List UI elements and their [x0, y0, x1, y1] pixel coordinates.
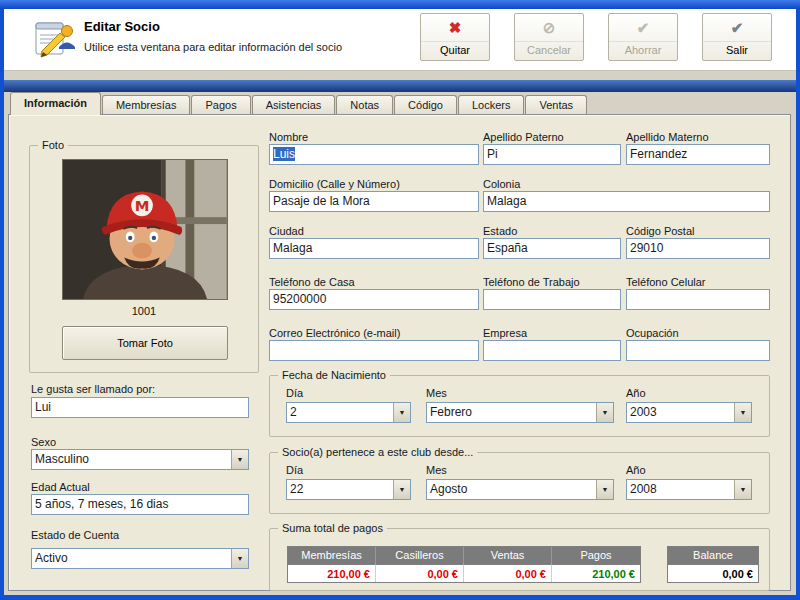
dropdown-arrow-icon[interactable]: ▼ [231, 549, 248, 568]
dropdown-arrow-icon[interactable]: ▼ [734, 403, 751, 422]
since-month-select[interactable]: Agosto ▼ [426, 479, 614, 500]
payments-group-label: Suma total de pagos [278, 521, 387, 535]
balance-header: Balance [668, 547, 758, 564]
since-day-select[interactable]: 22 ▼ [286, 479, 411, 500]
empresa-label: Empresa [483, 326, 527, 340]
salir-button[interactable]: ✔ Salir [702, 13, 772, 61]
apellido-paterno-input[interactable]: Pi [483, 144, 621, 165]
payments-value-membresias: 210,00 € [288, 564, 376, 582]
apellido-paterno-label: Apellido Paterno [483, 130, 564, 144]
estado-value: España [487, 241, 528, 255]
tomar-foto-button[interactable]: Tomar Foto [62, 326, 228, 360]
exit-check-icon: ✔ [703, 14, 771, 41]
edit-member-icon [34, 18, 76, 60]
header-separator-bar [4, 80, 796, 92]
age-label: Edad Actual [31, 480, 90, 494]
age-value: 5 años, 7 meses, 16 dias [35, 497, 168, 511]
member-since-group: Socio(a) pertenece a este club desde... … [269, 452, 770, 514]
since-year-select[interactable]: 2008 ▼ [626, 479, 752, 500]
dropdown-arrow-icon[interactable]: ▼ [231, 450, 248, 469]
payments-header-membresias: Membresías [288, 547, 376, 564]
tab-lockers[interactable]: Lockers [458, 95, 525, 114]
codigo-postal-value: 29010 [630, 241, 663, 255]
tab-bar: Información Membresías Pagos Asistencias… [10, 92, 588, 114]
sex-select[interactable]: Masculino ▼ [31, 449, 249, 470]
window-border-left [0, 9, 4, 600]
birthdate-group-label: Fecha de Nacimiento [278, 368, 390, 382]
tab-informacion[interactable]: Información [10, 92, 101, 115]
birth-month-select[interactable]: Febrero ▼ [426, 402, 614, 423]
sex-value: Masculino [35, 452, 89, 466]
tab-pagos[interactable]: Pagos [191, 95, 250, 114]
birthdate-group: Fecha de Nacimiento Día 2 ▼ Mes Febrero … [269, 375, 770, 437]
tab-ventas[interactable]: Ventas [525, 95, 587, 114]
empresa-input[interactable] [483, 340, 621, 361]
tab-panel-informacion: Foto M [8, 114, 791, 591]
ahorrar-button: ✔ Ahorrar [608, 13, 678, 61]
estado-input[interactable]: España [483, 238, 621, 259]
dropdown-arrow-icon[interactable]: ▼ [393, 403, 410, 422]
nombre-input[interactable]: Luis [269, 144, 479, 165]
window-titlebar [0, 0, 800, 9]
codigo-postal-input[interactable]: 29010 [626, 238, 770, 259]
dropdown-arrow-icon[interactable]: ▼ [596, 480, 613, 499]
birth-month-label: Mes [426, 386, 447, 400]
tab-asistencias[interactable]: Asistencias [252, 95, 336, 114]
header-panel: Editar Socio Utilice esta ventana para e… [4, 9, 796, 71]
since-day-label: Día [286, 463, 303, 477]
account-status-value: Activo [35, 551, 68, 565]
domicilio-input[interactable]: Pasaje de la Mora [269, 191, 479, 212]
telefono-celular-input[interactable] [626, 289, 770, 310]
birth-year-label: Año [626, 386, 646, 400]
quitar-button[interactable]: ✖ Quitar [420, 13, 490, 61]
salir-button-label: Salir [703, 41, 771, 58]
since-year-label: Año [626, 463, 646, 477]
nickname-input[interactable]: Lui [31, 397, 249, 418]
birth-day-select[interactable]: 2 ▼ [286, 402, 411, 423]
balance-value: 0,00 € [668, 564, 758, 582]
tab-codigo[interactable]: Código [394, 95, 457, 114]
since-day-value: 22 [290, 482, 303, 496]
member-id: 1001 [30, 305, 258, 317]
nombre-value: Luis [273, 147, 295, 161]
telefono-trabajo-input[interactable] [483, 289, 621, 310]
svg-text:M: M [135, 197, 150, 214]
save-check-icon: ✔ [609, 14, 677, 41]
payments-value-ventas: 0,00 € [464, 564, 552, 582]
apellido-materno-value: Fernandez [630, 147, 687, 161]
payments-summary-group: Suma total de pagos Membresías Casillero… [269, 528, 770, 591]
estado-label: Estado [483, 224, 517, 238]
ciudad-label: Ciudad [269, 224, 304, 238]
telefono-celular-label: Teléfono Celular [626, 275, 706, 289]
correo-input[interactable] [269, 340, 479, 361]
page-title: Editar Socio [84, 19, 160, 34]
dropdown-arrow-icon[interactable]: ▼ [734, 480, 751, 499]
nickname-label: Le gusta ser llamado por: [31, 382, 155, 396]
account-status-select[interactable]: Activo ▼ [31, 548, 249, 569]
tab-notas[interactable]: Notas [336, 95, 393, 114]
telefono-trabajo-label: Teléfono de Trabajo [483, 275, 580, 289]
domicilio-label: Domicilio (Calle y Número) [269, 177, 400, 191]
payments-value-casilleros: 0,00 € [376, 564, 464, 582]
age-input[interactable]: 5 años, 7 meses, 16 dias [31, 494, 249, 515]
ciudad-input[interactable]: Malaga [269, 238, 479, 259]
account-status-label: Estado de Cuenta [31, 528, 119, 542]
quitar-button-label: Quitar [421, 41, 489, 58]
photo-group-label: Foto [38, 138, 68, 152]
tab-membresias[interactable]: Membresías [102, 95, 191, 114]
cancelar-button-label: Cancelar [515, 41, 583, 58]
ciudad-value: Malaga [273, 241, 312, 255]
telefono-casa-value: 95200000 [273, 292, 326, 306]
telefono-casa-input[interactable]: 95200000 [269, 289, 479, 310]
ocupacion-input[interactable] [626, 340, 770, 361]
apellido-materno-input[interactable]: Fernandez [626, 144, 770, 165]
dropdown-arrow-icon[interactable]: ▼ [596, 403, 613, 422]
dropdown-arrow-icon[interactable]: ▼ [393, 480, 410, 499]
payments-table: Membresías Casilleros Ventas Pagos 210,0… [287, 546, 641, 583]
ahorrar-button-label: Ahorrar [609, 41, 677, 58]
colonia-input[interactable]: Malaga [483, 191, 770, 212]
sex-label: Sexo [31, 435, 56, 449]
cancel-icon: ⊘ [515, 14, 583, 41]
apellido-materno-label: Apellido Materno [626, 130, 709, 144]
birth-year-select[interactable]: 2003 ▼ [626, 402, 752, 423]
